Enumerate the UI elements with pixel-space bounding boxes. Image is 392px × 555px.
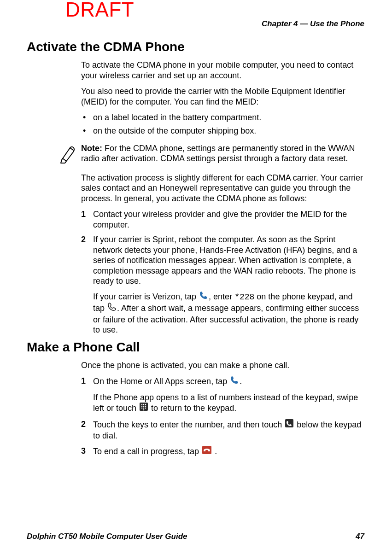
note-label: Note: [81, 144, 102, 153]
step-text: If your carrier is Verizon, tap [93, 292, 199, 301]
draft-watermark: DRAFT [65, 0, 134, 21]
end-call-icon [202, 445, 212, 457]
phone-icon [230, 375, 239, 387]
paragraph: To activate the CDMA phone in your mobil… [81, 60, 364, 81]
step-item: To end a call in progress, tap . [81, 446, 364, 458]
svg-point-6 [145, 406, 146, 407]
svg-point-4 [141, 406, 143, 407]
phone-icon [199, 291, 208, 303]
step-text: To end a call in progress, tap [93, 446, 201, 456]
svg-point-7 [141, 408, 143, 409]
paragraph: Once the phone is activated, you can mak… [81, 360, 364, 371]
step-text: On the Home or All Apps screen, tap [93, 377, 229, 386]
svg-point-10 [143, 409, 145, 411]
phone-outline-icon [107, 302, 117, 314]
svg-point-2 [143, 404, 145, 405]
page-number: 47 [356, 532, 364, 541]
note-body: For the CDMA phone, settings are permane… [81, 144, 355, 164]
paragraph: The activation process is slightly diffe… [81, 173, 364, 204]
note-block: Note: For the CDMA phone, settings are p… [81, 143, 364, 165]
step-item: If your carrier is Sprint, reboot the co… [81, 234, 364, 335]
step-text: . After a short wait, a message appears,… [93, 304, 359, 335]
step-item: Contact your wireless provider and give … [81, 209, 364, 230]
paragraph: You also need to provide the carrier wit… [81, 86, 364, 107]
dial-icon [285, 419, 294, 431]
step-text: . [240, 377, 242, 386]
step-text: If your carrier is Sprint, reboot the co… [93, 235, 357, 286]
step-text: , enter [209, 292, 234, 301]
bullet-item: on the outside of the computer shipping … [81, 126, 364, 136]
code-text: *228 [234, 292, 254, 301]
svg-point-3 [145, 404, 146, 405]
section-title-makecall: Make a Phone Call [27, 340, 364, 355]
svg-rect-11 [285, 419, 293, 427]
svg-point-9 [145, 408, 146, 409]
chapter-header: Chapter 4 — Use the Phone [262, 19, 364, 29]
step-text: Touch the keys to enter the number, and … [93, 420, 284, 429]
bullet-item: on a label located in the battery compar… [81, 112, 364, 123]
keypad-icon [139, 402, 148, 414]
step-text: . [212, 446, 217, 456]
svg-point-5 [143, 406, 145, 407]
step-text: to return to the keypad. [149, 403, 236, 413]
svg-point-8 [143, 408, 145, 409]
footer-title: Dolphin CT50 Mobile Computer User Guide [27, 532, 187, 541]
note-text: Note: For the CDMA phone, settings are p… [81, 143, 364, 164]
step-item: Touch the keys to enter the number, and … [81, 419, 364, 441]
step-item: On the Home or All Apps screen, tap . If… [81, 376, 364, 415]
pencil-icon [59, 144, 78, 165]
svg-point-1 [141, 404, 143, 405]
section-title-activate: Activate the CDMA Phone [27, 40, 364, 54]
